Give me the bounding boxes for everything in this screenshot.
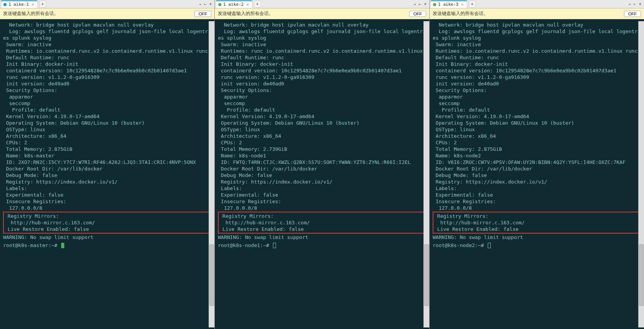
terminal-line: Architecture: x86_64	[433, 133, 642, 139]
nav-left-icon[interactable]: ◄	[197, 2, 202, 6]
terminal-line: Name: k8s-node1	[218, 152, 428, 159]
terminal-line: Log: awslogs fluentd gcplogs gelf journa…	[3, 28, 213, 41]
terminal-line: Runtimes: io.containerd.runc.v2 io.conta…	[3, 48, 213, 54]
terminal-line: WARNING: No swap limit support	[218, 234, 428, 240]
tab-nav: ◄►▼	[197, 2, 214, 6]
terminal-line: init version: de40ad0	[218, 80, 428, 87]
terminal-line: Labels:	[218, 185, 428, 192]
terminal-line: Network: bridge host ipvlan macvlan null…	[433, 22, 642, 28]
terminal-pane-2: 1 aike-3×+◄►▼发送键盘输入的所有会话。OFF Network: br…	[430, 0, 644, 329]
nav-down-icon[interactable]: ▼	[423, 2, 428, 6]
nav-right-icon[interactable]: ►	[632, 2, 637, 6]
terminal-line: seccomp	[433, 100, 642, 107]
scrollbar-thumb[interactable]	[209, 244, 214, 306]
terminal-line: OSType: linux	[3, 126, 213, 133]
broadcast-message-bar: 发送键盘输入的所有会话。OFF	[430, 8, 644, 19]
terminal-line: Experimental: false	[433, 192, 642, 198]
terminal-line: apparmor	[433, 94, 642, 100]
terminal-line: init version: de40ad0	[3, 80, 213, 87]
tab-bar: 1 aike-1×+◄►▼	[0, 0, 214, 8]
broadcast-message-bar: 发送键盘输入的所有会话。OFF	[215, 8, 429, 19]
session-tab[interactable]: 1 aike-2×	[216, 0, 253, 8]
nav-down-icon[interactable]: ▼	[638, 2, 642, 6]
session-tab[interactable]: 1 aike-3×	[430, 0, 467, 8]
broadcast-message-bar: 发送键盘输入的所有会话。OFF	[0, 8, 214, 19]
vertical-scrollbar[interactable]	[638, 21, 644, 327]
vertical-scrollbar[interactable]	[423, 21, 429, 327]
cursor-icon	[488, 243, 491, 248]
terminal-line: Network: bridge host ipvlan macvlan null…	[3, 22, 213, 28]
terminal-line: Kernel Version: 4.19.0-17-amd64	[218, 113, 428, 120]
nav-left-icon[interactable]: ◄	[627, 2, 632, 6]
broadcast-message-text: 发送键盘输入的所有会话。	[433, 10, 624, 17]
close-tab-icon[interactable]: ×	[246, 2, 249, 7]
terminal-line: Operating System: Debian GNU/Linux 10 (b…	[433, 120, 642, 126]
terminal-line: Registry: https://index.docker.io/v1/	[3, 179, 213, 185]
terminal-line: containerd version: 10c12954828e7c7c9b6e…	[218, 67, 428, 74]
nav-down-icon[interactable]: ▼	[208, 2, 213, 6]
terminal-line: Name: k8s-node2	[433, 152, 642, 159]
scrollbar-thumb[interactable]	[424, 244, 429, 306]
tab-bar: 1 aike-3×+◄►▼	[430, 0, 644, 8]
status-dot-icon	[433, 3, 436, 6]
terminal-line: OSType: linux	[433, 126, 642, 133]
terminal-line: Operating System: Debian GNU/Linux 10 (b…	[3, 120, 213, 126]
terminal-line: Docker Root Dir: /var/lib/docker	[218, 165, 428, 172]
terminal-line: Live Restore Enabled: false	[5, 226, 211, 232]
session-tab[interactable]: 1 aike-1×	[1, 0, 38, 8]
prompt-line[interactable]: root@k8s-node2:~#	[433, 242, 642, 249]
tab-bar: 1 aike-2×+◄►▼	[215, 0, 429, 8]
broadcast-off-button[interactable]: OFF	[624, 11, 641, 17]
terminal-line: Insecure Registries:	[218, 198, 428, 205]
terminal-line: seccomp	[218, 100, 428, 107]
add-tab-button[interactable]: +	[39, 1, 46, 8]
prompt-line[interactable]: root@k8s-node1:~#	[218, 242, 428, 249]
terminal-line: containerd version: 10c12954828e7c7c9b6e…	[433, 67, 642, 74]
terminal-output[interactable]: Network: bridge host ipvlan macvlan null…	[0, 19, 214, 329]
terminal-output[interactable]: Network: bridge host ipvlan macvlan null…	[215, 19, 429, 329]
highlighted-region: Registry Mirrors: http://hub-mirror.c.16…	[218, 212, 428, 234]
status-dot-icon	[218, 3, 221, 6]
terminal-line: Log: awslogs fluentd gcplogs gelf journa…	[218, 28, 428, 41]
terminal-line: Log: awslogs fluentd gcplogs gelf journa…	[433, 28, 642, 41]
terminal-line: Swarm: inactive	[3, 41, 213, 48]
terminal-line: ID: 2XO7:RN2C:I5CY:Y7C7:W7RI:RF46:A262:L…	[3, 159, 213, 165]
terminal-line: Network: bridge host ipvlan macvlan null…	[218, 22, 428, 28]
terminal-line: Labels:	[433, 185, 642, 192]
vertical-scrollbar[interactable]	[209, 21, 214, 327]
add-tab-button[interactable]: +	[254, 1, 261, 8]
broadcast-message-text: 发送键盘输入的所有会话。	[3, 10, 194, 17]
terminal-line: WARNING: No swap limit support	[433, 234, 642, 240]
cursor-icon	[273, 243, 276, 248]
terminal-line: Experimental: false	[3, 192, 213, 198]
scrollbar-thumb[interactable]	[639, 244, 644, 306]
terminal-line: Swarm: inactive	[433, 41, 642, 48]
close-tab-icon[interactable]: ×	[461, 2, 464, 7]
add-tab-button[interactable]: +	[469, 1, 476, 8]
tab-label: 1 aike-1	[8, 2, 29, 7]
nav-right-icon[interactable]: ►	[203, 2, 207, 6]
terminal-line: ID: V6I6:ZROC:CW7V:4PSV:OFAW:UY2N:BIBN:4…	[433, 159, 642, 165]
terminal-line: runc version: v1.1.2-0-ga916309	[218, 74, 428, 80]
broadcast-off-button[interactable]: OFF	[409, 11, 426, 17]
terminal-output[interactable]: Network: bridge host ipvlan macvlan null…	[430, 19, 644, 329]
tab-nav: ◄►▼	[627, 2, 644, 6]
prompt-line[interactable]: root@k8s-master:~#	[3, 242, 213, 249]
broadcast-off-button[interactable]: OFF	[194, 11, 211, 17]
terminal-line: Init Binary: docker-init	[3, 61, 213, 67]
terminal-line: Debug Mode: false	[3, 172, 213, 179]
terminal-line: 127.0.0.0/8	[3, 205, 213, 211]
nav-left-icon[interactable]: ◄	[412, 2, 417, 6]
terminal-line: containerd version: 10c12954828e7c7c9b6e…	[3, 67, 213, 74]
terminal-line: Swarm: inactive	[218, 41, 428, 48]
terminal-line: runc version: v1.1.2-0-ga916309	[3, 74, 213, 80]
terminal-line: Runtimes: io.containerd.runc.v2 io.conta…	[433, 48, 642, 54]
close-tab-icon[interactable]: ×	[32, 2, 34, 7]
terminal-line: OSType: linux	[218, 126, 428, 133]
terminal-line: Profile: default	[433, 107, 642, 113]
terminal-line: Docker Root Dir: /var/lib/docker	[433, 165, 642, 172]
terminal-line: Live Restore Enabled: false	[219, 226, 426, 232]
nav-right-icon[interactable]: ►	[418, 2, 422, 6]
prompt-text: root@k8s-master:~#	[3, 242, 60, 248]
terminal-line: Init Binary: docker-init	[218, 61, 428, 67]
